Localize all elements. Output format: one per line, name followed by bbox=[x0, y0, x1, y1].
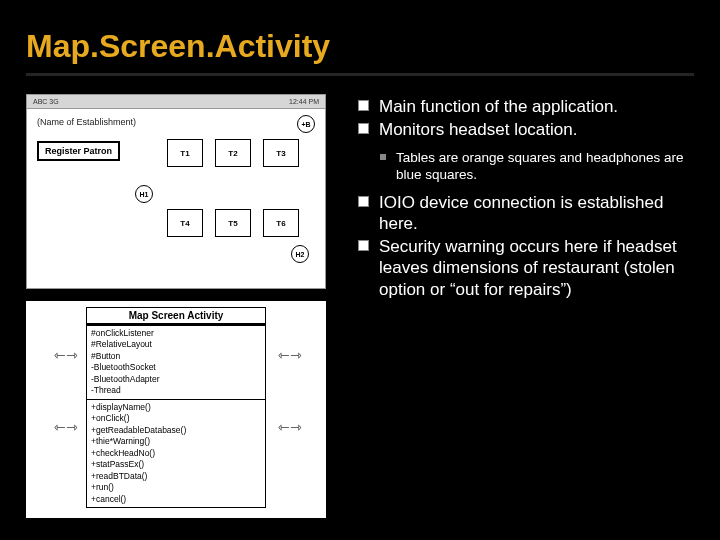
h1-icon: H1 bbox=[135, 185, 153, 203]
sub-bullet-item: Tables are orange squares and headphones… bbox=[380, 149, 694, 184]
uml-op: +run() bbox=[91, 482, 261, 493]
uml-op: +thie*Warning() bbox=[91, 436, 261, 447]
uml-op: +getReadableDatabase() bbox=[91, 425, 261, 436]
bullet-item: Main function of the application. bbox=[358, 96, 694, 117]
uml-op: +readBTData() bbox=[91, 471, 261, 482]
bullet-text: Security warning occurs here if headset … bbox=[379, 236, 694, 300]
h2-icon: H2 bbox=[291, 245, 309, 263]
content-row: ABC 3G 12:44 PM (Name of Establishment) … bbox=[0, 76, 720, 518]
left-column: ABC 3G 12:44 PM (Name of Establishment) … bbox=[26, 94, 336, 518]
bullet-text: Monitors headset location. bbox=[379, 119, 577, 140]
uml-diagram: ⇽⇾ ⇽⇾ ⇽⇾ ⇽⇾ Map Screen Activity #onClick… bbox=[26, 301, 326, 518]
uml-class-name: Map Screen Activity bbox=[86, 307, 266, 324]
table-t6: T6 bbox=[263, 209, 299, 237]
mockup-body: (Name of Establishment) Register Patron … bbox=[27, 109, 325, 288]
status-bar: ABC 3G 12:44 PM bbox=[27, 95, 325, 109]
uml-attributes: #onClickListener #RelativeLayout #Button… bbox=[87, 325, 265, 399]
table-t3: T3 bbox=[263, 139, 299, 167]
status-right: 12:44 PM bbox=[289, 98, 319, 105]
uml-arrow-right-1: ⇽⇾ bbox=[278, 347, 302, 363]
table-t1: T1 bbox=[167, 139, 203, 167]
bullet-box-icon bbox=[358, 240, 369, 251]
sub-bullet-text: Tables are orange squares and headphones… bbox=[396, 149, 694, 184]
uml-attr: #Button bbox=[91, 351, 261, 362]
right-column: Main function of the application. Monito… bbox=[358, 94, 694, 518]
slide-title: Map.Screen.Activity bbox=[0, 0, 720, 67]
uml-attr: #RelativeLayout bbox=[91, 339, 261, 350]
uml-box: #onClickListener #RelativeLayout #Button… bbox=[86, 324, 266, 508]
table-t4: T4 bbox=[167, 209, 203, 237]
table-t2: T2 bbox=[215, 139, 251, 167]
uml-attr: -Thread bbox=[91, 385, 261, 396]
uml-op: +checkHeadNo() bbox=[91, 448, 261, 459]
uml-op: +statPassEx() bbox=[91, 459, 261, 470]
slide: Map.Screen.Activity ABC 3G 12:44 PM (Nam… bbox=[0, 0, 720, 540]
uml-arrow-left-1: ⇽⇾ bbox=[54, 347, 78, 363]
uml-operations: +displayName() +onClick() +getReadableDa… bbox=[87, 399, 265, 507]
uml-arrow-right-2: ⇽⇾ bbox=[278, 419, 302, 435]
bullet-box-icon bbox=[358, 100, 369, 111]
uml-arrow-left-2: ⇽⇾ bbox=[54, 419, 78, 435]
app-mockup: ABC 3G 12:44 PM (Name of Establishment) … bbox=[26, 94, 326, 289]
bullet-box-icon bbox=[358, 196, 369, 207]
status-left: ABC 3G bbox=[33, 98, 59, 105]
table-t5: T5 bbox=[215, 209, 251, 237]
uml-op: +onClick() bbox=[91, 413, 261, 424]
uml-attr: -BluetoothAdapter bbox=[91, 374, 261, 385]
uml-attr: #onClickListener bbox=[91, 328, 261, 339]
register-patron-button: Register Patron bbox=[37, 141, 120, 161]
bullet-item: Monitors headset location. bbox=[358, 119, 694, 140]
establishment-label: (Name of Establishment) bbox=[37, 117, 136, 127]
bullet-box-icon bbox=[358, 123, 369, 134]
uml-attr: -BluetoothSocket bbox=[91, 362, 261, 373]
uml-op: +displayName() bbox=[91, 402, 261, 413]
add-b-icon: +B bbox=[297, 115, 315, 133]
sub-bullet-icon bbox=[380, 154, 386, 160]
uml-op: +cancel() bbox=[91, 494, 261, 505]
bullet-text: IOIO device connection is established he… bbox=[379, 192, 694, 235]
bullet-text: Main function of the application. bbox=[379, 96, 618, 117]
bullet-item: Security warning occurs here if headset … bbox=[358, 236, 694, 300]
bullet-item: IOIO device connection is established he… bbox=[358, 192, 694, 235]
